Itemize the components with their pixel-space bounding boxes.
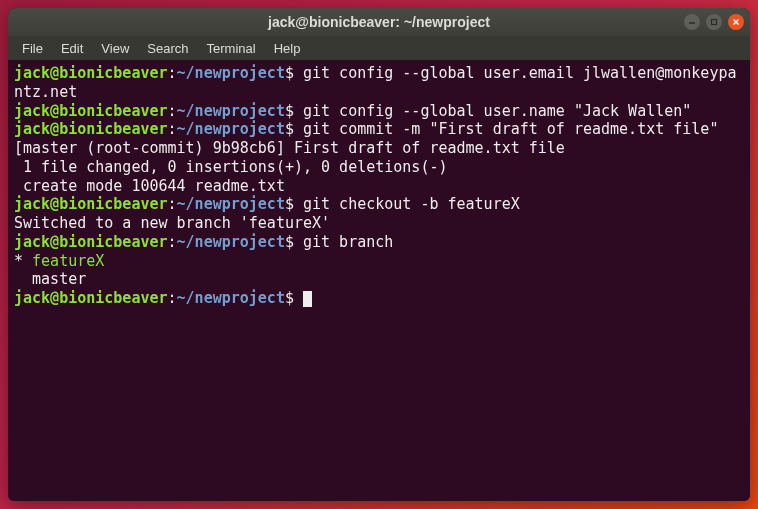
command-text xyxy=(294,289,303,307)
prompt-dollar: $ xyxy=(285,102,294,120)
menu-file[interactable]: File xyxy=(14,39,51,58)
prompt-dollar: $ xyxy=(285,195,294,213)
prompt-colon: : xyxy=(168,289,177,307)
menu-help[interactable]: Help xyxy=(266,39,309,58)
terminal-output: Switched to a new branch 'featureX' xyxy=(14,214,744,233)
terminal-output: * featureX xyxy=(14,252,744,271)
terminal-line: jack@bionicbeaver:~/newproject$ git conf… xyxy=(14,64,744,102)
terminal-content[interactable]: jack@bionicbeaver:~/newproject$ git conf… xyxy=(8,60,750,501)
command-text: git commit -m "First draft of readme.txt… xyxy=(294,120,718,138)
window-title: jack@bionicbeaver: ~/newproject xyxy=(268,14,490,30)
menu-terminal[interactable]: Terminal xyxy=(199,39,264,58)
terminal-output: 1 file changed, 0 insertions(+), 0 delet… xyxy=(14,158,744,177)
terminal-output: create mode 100644 readme.txt xyxy=(14,177,744,196)
prompt-user: jack@bionicbeaver xyxy=(14,289,168,307)
terminal-window: jack@bionicbeaver: ~/newproject File Edi… xyxy=(8,8,750,501)
menubar: File Edit View Search Terminal Help xyxy=(8,36,750,60)
maximize-icon xyxy=(710,18,718,26)
terminal-output: master xyxy=(14,270,744,289)
prompt-path: ~/newproject xyxy=(177,289,285,307)
prompt-path: ~/newproject xyxy=(177,120,285,138)
prompt-path: ~/newproject xyxy=(177,102,285,120)
minimize-icon xyxy=(688,18,696,26)
cursor xyxy=(303,291,312,307)
close-icon xyxy=(732,18,740,26)
menu-edit[interactable]: Edit xyxy=(53,39,91,58)
command-text: git branch xyxy=(294,233,393,251)
prompt-user: jack@bionicbeaver xyxy=(14,102,168,120)
terminal-line: jack@bionicbeaver:~/newproject$ git comm… xyxy=(14,120,744,139)
prompt-path: ~/newproject xyxy=(177,233,285,251)
minimize-button[interactable] xyxy=(684,14,700,30)
prompt-user: jack@bionicbeaver xyxy=(14,64,168,82)
prompt-colon: : xyxy=(168,64,177,82)
menu-view[interactable]: View xyxy=(93,39,137,58)
maximize-button[interactable] xyxy=(706,14,722,30)
prompt-user: jack@bionicbeaver xyxy=(14,233,168,251)
branch-active-name: featureX xyxy=(32,252,104,270)
prompt-user: jack@bionicbeaver xyxy=(14,195,168,213)
svg-rect-1 xyxy=(712,20,717,25)
prompt-colon: : xyxy=(168,195,177,213)
command-text: git checkout -b featureX xyxy=(294,195,520,213)
command-text: git config --global user.name "Jack Wall… xyxy=(294,102,691,120)
menu-search[interactable]: Search xyxy=(139,39,196,58)
terminal-line: jack@bionicbeaver:~/newproject$ xyxy=(14,289,744,308)
prompt-dollar: $ xyxy=(285,64,294,82)
prompt-path: ~/newproject xyxy=(177,195,285,213)
prompt-dollar: $ xyxy=(285,289,294,307)
close-button[interactable] xyxy=(728,14,744,30)
prompt-colon: : xyxy=(168,102,177,120)
prompt-dollar: $ xyxy=(285,120,294,138)
terminal-output: [master (root-commit) 9b98cb6] First dra… xyxy=(14,139,744,158)
branch-active-marker: * xyxy=(14,252,32,270)
terminal-line: jack@bionicbeaver:~/newproject$ git conf… xyxy=(14,102,744,121)
prompt-dollar: $ xyxy=(285,233,294,251)
terminal-line: jack@bionicbeaver:~/newproject$ git chec… xyxy=(14,195,744,214)
titlebar: jack@bionicbeaver: ~/newproject xyxy=(8,8,750,36)
prompt-colon: : xyxy=(168,120,177,138)
window-controls xyxy=(684,14,744,30)
terminal-line: jack@bionicbeaver:~/newproject$ git bran… xyxy=(14,233,744,252)
prompt-user: jack@bionicbeaver xyxy=(14,120,168,138)
prompt-colon: : xyxy=(168,233,177,251)
prompt-path: ~/newproject xyxy=(177,64,285,82)
